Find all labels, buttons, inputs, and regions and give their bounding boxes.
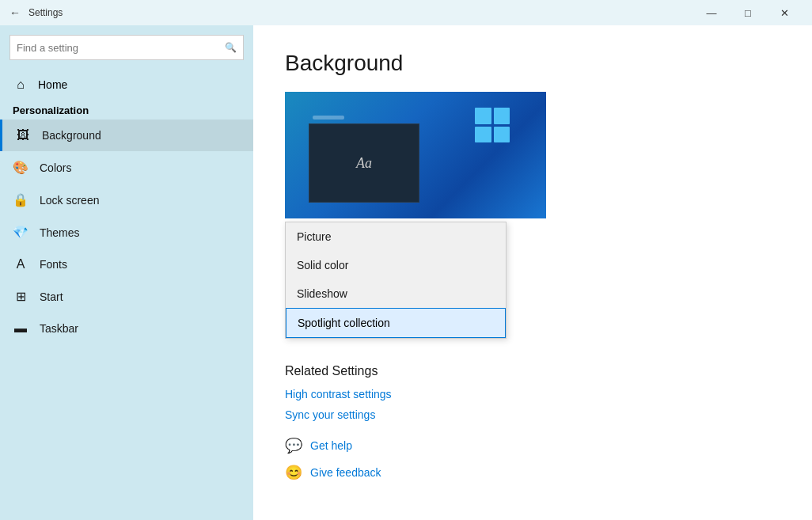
related-link-high-contrast[interactable]: High contrast settings <box>285 388 780 400</box>
background-label: Background <box>42 129 101 142</box>
background-preview: Aa <box>285 92 546 218</box>
related-link-sync-settings[interactable]: Sync your settings <box>285 408 780 421</box>
related-settings-title: Related Settings <box>285 364 780 378</box>
main-layout: 🔍 ⌂ Home Personalization 🖼Background🎨Col… <box>0 25 812 520</box>
win-logo-pane-1 <box>475 108 491 124</box>
dropdown-menu: PictureSolid colorSlideshowSpotlight col… <box>285 222 507 339</box>
dropdown-item-picture[interactable]: Picture <box>286 222 506 251</box>
win-logo-pane-2 <box>494 108 510 124</box>
back-button[interactable]: ← <box>9 6 21 19</box>
background-type-dropdown[interactable]: PictureSolid colorSlideshowSpotlight col… <box>285 222 546 339</box>
sidebar-nav: 🖼Background🎨Colors🔒Lock screen💎ThemesAFo… <box>0 120 253 344</box>
related-links: High contrast settingsSync your settings <box>285 388 780 421</box>
themes-icon: 💎 <box>13 225 28 240</box>
home-label: Home <box>38 78 67 91</box>
background-icon: 🖼 <box>15 128 31 142</box>
fonts-icon: A <box>13 257 28 271</box>
get-help-label: Get help <box>310 439 352 452</box>
help-link-give-feedback[interactable]: 😊Give feedback <box>285 464 780 481</box>
content-area: Background Aa <box>253 25 812 520</box>
sidebar-item-home[interactable]: ⌂ Home <box>0 70 253 100</box>
sidebar-item-themes[interactable]: 💎Themes <box>0 216 253 249</box>
search-icon: 🔍 <box>225 42 237 53</box>
page-title: Background <box>285 51 780 76</box>
preview-windows-logo <box>475 108 522 155</box>
sidebar-item-colors[interactable]: 🎨Colors <box>0 151 253 184</box>
colors-label: Colors <box>40 161 71 174</box>
preview-line-1 <box>313 116 344 120</box>
lock-screen-icon: 🔒 <box>13 192 28 207</box>
sidebar: 🔍 ⌂ Home Personalization 🖼Background🎨Col… <box>0 25 253 520</box>
start-icon: ⊞ <box>13 289 28 304</box>
colors-icon: 🎨 <box>13 160 28 175</box>
sidebar-item-background[interactable]: 🖼Background <box>0 120 253 151</box>
dropdown-item-solid-color[interactable]: Solid color <box>286 251 506 279</box>
themes-label: Themes <box>40 226 80 239</box>
title-bar-left: ← Settings <box>9 6 693 19</box>
fonts-label: Fonts <box>40 258 67 271</box>
maximize-button[interactable]: □ <box>730 0 766 25</box>
sidebar-item-taskbar[interactable]: ▬Taskbar <box>0 313 253 344</box>
lock-screen-label: Lock screen <box>40 194 99 207</box>
help-section: 💬Get help😊Give feedback <box>285 437 780 481</box>
sidebar-item-fonts[interactable]: AFonts <box>0 249 253 280</box>
title-bar-title: Settings <box>28 7 63 18</box>
close-button[interactable]: ✕ <box>766 0 803 25</box>
win-logo-pane-3 <box>475 127 491 143</box>
sidebar-section-title: Personalization <box>0 100 253 120</box>
sidebar-item-start[interactable]: ⊞Start <box>0 280 253 313</box>
taskbar-label: Taskbar <box>40 322 78 335</box>
search-input[interactable] <box>17 42 225 54</box>
title-bar-controls: — □ ✕ <box>693 0 803 25</box>
title-bar: ← Settings — □ ✕ <box>0 0 812 25</box>
dropdown-item-spotlight[interactable]: Spotlight collection <box>286 308 506 338</box>
home-icon: ⌂ <box>13 78 28 92</box>
preview-window: Aa <box>309 123 419 203</box>
sidebar-item-lock-screen[interactable]: 🔒Lock screen <box>0 184 253 216</box>
dropdown-item-slideshow[interactable]: Slideshow <box>286 279 506 308</box>
search-container[interactable]: 🔍 <box>9 35 244 60</box>
help-link-get-help[interactable]: 💬Get help <box>285 437 780 454</box>
win-logo-pane-4 <box>494 127 510 143</box>
minimize-button[interactable]: — <box>693 0 730 25</box>
preview-aa-label: Aa <box>356 155 372 172</box>
get-help-icon: 💬 <box>285 437 302 454</box>
give-feedback-icon: 😊 <box>285 464 302 481</box>
taskbar-icon: ▬ <box>13 321 28 336</box>
give-feedback-label: Give feedback <box>310 466 381 479</box>
start-label: Start <box>40 290 63 303</box>
